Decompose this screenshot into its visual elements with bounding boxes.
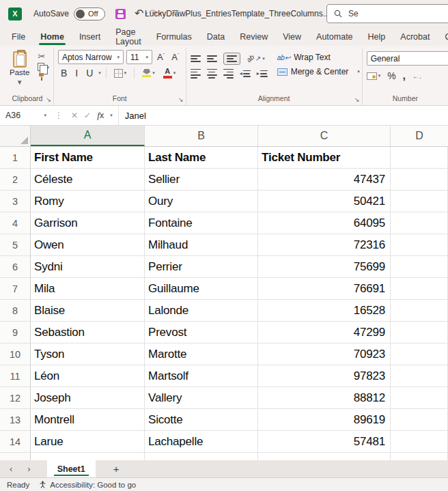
cell[interactable]: Fontaine bbox=[145, 212, 258, 234]
cell[interactable]: Blaise bbox=[31, 300, 145, 321]
increase-indent-button[interactable]: ▸ bbox=[257, 70, 268, 77]
bold-button[interactable]: B bbox=[58, 68, 70, 79]
cell[interactable]: Marotte bbox=[145, 343, 258, 365]
cell[interactable]: Ticket Number bbox=[258, 147, 391, 168]
row-header-13[interactable]: 13 bbox=[0, 409, 31, 430]
cell[interactable] bbox=[258, 453, 391, 460]
number-format-select[interactable]: General ▾ bbox=[367, 51, 448, 66]
fill-color-button[interactable]: ▾ bbox=[139, 69, 158, 78]
orientation-button[interactable]: ab↗▾ bbox=[247, 55, 265, 62]
tab-quickbooks[interactable]: QuickBooks bbox=[437, 27, 448, 46]
cell[interactable]: 97823 bbox=[258, 365, 391, 387]
row-header-6[interactable]: 6 bbox=[0, 256, 31, 277]
cell[interactable]: Perrier bbox=[145, 256, 258, 277]
borders-button[interactable]: ▾ bbox=[111, 69, 130, 78]
decrease-indent-button[interactable]: ◂ bbox=[240, 70, 251, 77]
italic-button[interactable]: I bbox=[72, 68, 81, 79]
align-left-button[interactable] bbox=[191, 69, 201, 79]
row-header-3[interactable]: 3 bbox=[0, 191, 31, 212]
column-header-b[interactable]: B bbox=[145, 126, 258, 146]
cell[interactable] bbox=[391, 365, 448, 387]
search-input[interactable]: Se bbox=[326, 4, 448, 23]
cell[interactable]: 57481 bbox=[258, 431, 391, 452]
tab-automate[interactable]: Automate bbox=[309, 27, 361, 46]
column-header-c[interactable]: C bbox=[258, 126, 391, 146]
row-header-10[interactable]: 10 bbox=[0, 343, 31, 365]
align-center-button[interactable] bbox=[207, 69, 217, 79]
cell[interactable]: Vallery bbox=[145, 387, 258, 408]
cell[interactable]: Sicotte bbox=[145, 409, 258, 430]
sheet-tab-sheet1[interactable]: Sheet1 bbox=[47, 460, 96, 477]
font-color-button[interactable]: A▾ bbox=[160, 68, 179, 79]
cell[interactable] bbox=[145, 453, 258, 460]
cell[interactable]: Romy bbox=[31, 191, 145, 212]
cell[interactable]: 75699 bbox=[258, 256, 391, 277]
increase-font-button[interactable]: Aˆ bbox=[155, 52, 167, 62]
cell[interactable] bbox=[391, 191, 448, 212]
cell[interactable] bbox=[391, 322, 448, 343]
middle-align-button[interactable] bbox=[207, 55, 217, 62]
decrease-font-button[interactable]: Aˇ bbox=[169, 52, 181, 62]
cell[interactable]: Tyson bbox=[31, 343, 145, 365]
comma-style-button[interactable]: , bbox=[403, 70, 406, 82]
bottom-align-button[interactable] bbox=[223, 53, 240, 65]
cell[interactable] bbox=[391, 431, 448, 452]
row-header-partial[interactable] bbox=[0, 453, 31, 460]
row-header-14[interactable]: 14 bbox=[0, 431, 31, 452]
column-header-a[interactable]: A bbox=[31, 126, 145, 146]
autosave-toggle[interactable]: Off bbox=[74, 8, 105, 20]
cell[interactable] bbox=[391, 278, 448, 299]
fx-chevron-icon[interactable]: ▾ bbox=[110, 113, 113, 118]
prev-sheet-icon[interactable]: ‹ bbox=[10, 464, 12, 474]
alignment-dialog-launcher-icon[interactable]: ↘ bbox=[354, 97, 360, 103]
cell[interactable]: Martsolf bbox=[145, 365, 258, 387]
row-header-5[interactable]: 5 bbox=[0, 234, 31, 255]
row-header-4[interactable]: 4 bbox=[0, 212, 31, 234]
cell[interactable]: Lachapelle bbox=[145, 431, 258, 452]
cell[interactable]: 72316 bbox=[258, 234, 391, 255]
cell[interactable]: 64095 bbox=[258, 212, 391, 234]
accessibility-status[interactable]: Accessibility: Good to go bbox=[39, 481, 136, 489]
next-sheet-icon[interactable]: › bbox=[27, 464, 30, 474]
formula-input[interactable]: Janel bbox=[119, 111, 146, 121]
tab-view[interactable]: View bbox=[275, 27, 309, 46]
cell[interactable] bbox=[391, 343, 448, 365]
cell[interactable]: 47299 bbox=[258, 322, 391, 343]
cell[interactable]: Milhaud bbox=[145, 234, 258, 255]
cell[interactable]: 88812 bbox=[258, 387, 391, 408]
row-header-12[interactable]: 12 bbox=[0, 387, 31, 408]
row-header-7[interactable]: 7 bbox=[0, 278, 31, 299]
cell[interactable]: Sellier bbox=[145, 169, 258, 190]
row-header-2[interactable]: 2 bbox=[0, 169, 31, 190]
tab-acrobat[interactable]: Acrobat bbox=[393, 27, 437, 46]
percent-style-button[interactable]: % bbox=[387, 70, 395, 81]
cell[interactable]: 50421 bbox=[258, 191, 391, 212]
cell[interactable] bbox=[391, 300, 448, 321]
cell[interactable]: 89619 bbox=[258, 409, 391, 430]
tab-insert[interactable]: Insert bbox=[72, 27, 108, 46]
underline-button[interactable]: U bbox=[83, 68, 96, 79]
accounting-format-button[interactable]: ▾ bbox=[367, 72, 381, 80]
cut-button[interactable]: ✂ bbox=[38, 52, 49, 61]
cell[interactable]: Sydni bbox=[31, 256, 145, 277]
enter-button[interactable]: ✓ bbox=[84, 111, 91, 120]
wrap-text-button[interactable]: ab↩Wrap Text bbox=[277, 53, 360, 62]
cell[interactable]: 70923 bbox=[258, 343, 391, 365]
cell[interactable]: Céleste bbox=[31, 169, 145, 190]
clipboard-dialog-launcher-icon[interactable]: ↘ bbox=[46, 97, 51, 103]
paste-button[interactable]: Paste ▾ bbox=[5, 50, 33, 88]
cell[interactable]: Lalonde bbox=[145, 300, 258, 321]
cell[interactable]: Guillaume bbox=[145, 278, 258, 299]
cell[interactable]: Prevost bbox=[145, 322, 258, 343]
align-right-button[interactable] bbox=[223, 69, 234, 79]
cell[interactable]: Owen bbox=[31, 234, 145, 255]
cell[interactable]: Oury bbox=[145, 191, 258, 212]
name-box[interactable]: A36 ▾ bbox=[0, 106, 52, 125]
cell[interactable]: Garrison bbox=[31, 212, 145, 234]
top-align-button[interactable] bbox=[191, 55, 201, 62]
cell[interactable] bbox=[391, 409, 448, 430]
cell[interactable]: 16528 bbox=[258, 300, 391, 321]
row-header-9[interactable]: 9 bbox=[0, 322, 31, 343]
tab-help[interactable]: Help bbox=[361, 27, 393, 46]
cell[interactable]: 76691 bbox=[258, 278, 391, 299]
